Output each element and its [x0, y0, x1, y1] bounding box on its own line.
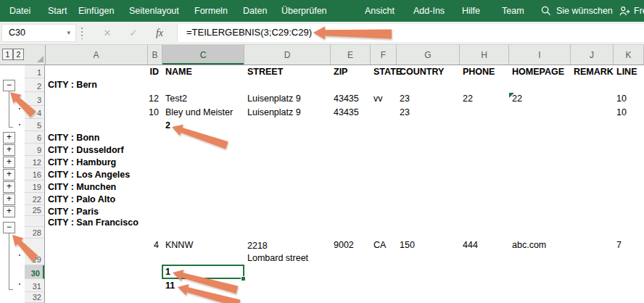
outline-expand-button-row-19[interactable]: +: [3, 181, 15, 193]
cell-a22[interactable]: CITY : Palo Alto: [45, 193, 148, 205]
cell-k29[interactable]: 7: [614, 238, 644, 265]
cell-k3[interactable]: 10: [614, 92, 644, 106]
outline-expand-button-row-12[interactable]: +: [3, 157, 15, 168]
cell-f3[interactable]: vv: [371, 92, 397, 106]
cell-f29[interactable]: CA: [371, 238, 397, 265]
outline-collapse-button-bottom[interactable]: −: [3, 222, 15, 233]
cell-b1[interactable]: ID: [148, 65, 162, 78]
cell-a19[interactable]: CITY : Munchen: [45, 180, 148, 193]
column-header-c[interactable]: C: [162, 45, 244, 65]
ribbon-tab-hilfe[interactable]: Hilfe: [462, 0, 480, 22]
cell-i29[interactable]: abc.com: [509, 238, 571, 265]
cell-a25[interactable]: CITY : Paris: [45, 205, 148, 216]
cell-g1[interactable]: COUNTRY: [397, 65, 460, 78]
ribbon-tab-datei[interactable]: Datei: [9, 0, 30, 22]
row-header-1[interactable]: 1: [25, 65, 44, 78]
ribbon-tab-daten[interactable]: Daten: [243, 0, 267, 22]
share-button[interactable]: Freigeben: [619, 0, 644, 22]
fill-handle[interactable]: [241, 276, 246, 281]
row-header-5[interactable]: 5: [25, 119, 44, 131]
column-header-a[interactable]: A: [45, 45, 148, 65]
row-header-28[interactable]: 28: [25, 227, 44, 238]
cell-i3[interactable]: 22: [509, 92, 571, 106]
outline-level-1-button[interactable]: 1: [2, 49, 13, 60]
cell-a16[interactable]: CITY : Los Angeles: [45, 168, 148, 180]
ribbon-tab-einf-gen[interactable]: Einfügen: [78, 0, 114, 22]
cell-c31[interactable]: 11: [162, 279, 244, 292]
ribbon-tab--berpr-fen[interactable]: Überprüfen: [281, 0, 327, 22]
ribbon-tab-team[interactable]: Team: [502, 0, 524, 22]
cell-c3[interactable]: Test2: [162, 92, 244, 106]
enter-button[interactable]: ✓: [125, 24, 142, 42]
row-header-25[interactable]: 25: [25, 205, 44, 216]
outline-expand-button-row-22[interactable]: +: [3, 194, 15, 205]
row-header-27[interactable]: [25, 216, 44, 227]
cell-h3[interactable]: 22: [460, 92, 509, 106]
formula-input[interactable]: =TEILERGEBNIS(3;C29:C29): [177, 24, 644, 42]
cell-a9[interactable]: CITY : Dusseldorf: [45, 144, 148, 156]
cell-c1[interactable]: NAME: [162, 65, 244, 78]
row-header-19[interactable]: 19: [25, 180, 44, 193]
cell-h1[interactable]: PHONE: [460, 65, 509, 78]
cell-g4[interactable]: 23: [397, 106, 460, 119]
name-box-dropdown-icon[interactable]: ▾: [67, 25, 70, 41]
cell-e29[interactable]: 9002: [331, 238, 371, 265]
cell-i1[interactable]: HOMEPAGE: [509, 65, 571, 78]
row-header-4[interactable]: 4: [25, 106, 44, 119]
cell-d1[interactable]: STREET: [244, 65, 331, 78]
cell-c5[interactable]: 2: [162, 119, 244, 131]
cell-a6[interactable]: CITY : Bonn: [45, 131, 148, 144]
column-header-i[interactable]: I: [509, 45, 571, 65]
column-header-f[interactable]: F: [371, 45, 397, 65]
row-header-6[interactable]: 6: [25, 131, 44, 144]
select-all-button[interactable]: [25, 45, 46, 65]
cancel-button[interactable]: ✕: [99, 24, 116, 42]
cell-e4[interactable]: 43435: [331, 106, 371, 119]
cell-j1[interactable]: REMARK: [571, 65, 614, 78]
cell-c4[interactable]: Bley und Meister: [162, 106, 244, 119]
column-header-h[interactable]: H: [460, 45, 509, 65]
cell-a27[interactable]: CITY : San Francisco: [45, 216, 148, 227]
cell-a12[interactable]: CITY : Hamburg: [45, 156, 148, 168]
cell-c29[interactable]: KNNW: [162, 238, 244, 265]
row-header-3[interactable]: 3: [25, 92, 44, 106]
row-header-30[interactable]: 30: [25, 265, 44, 279]
row-header-16[interactable]: 16: [25, 168, 44, 180]
insert-function-button[interactable]: fx: [151, 24, 168, 42]
row-header-2[interactable]: 2: [25, 78, 44, 92]
tell-me-search[interactable]: Sie wünschen: [541, 0, 613, 22]
cell-g3[interactable]: 23: [397, 92, 460, 106]
row-header-31[interactable]: 31: [25, 279, 44, 292]
cell-h29[interactable]: 444: [460, 238, 509, 265]
cell-f1[interactable]: STATE: [371, 65, 397, 78]
column-header-e[interactable]: E: [331, 45, 371, 65]
ribbon-tab-formeln[interactable]: Formeln: [194, 0, 228, 22]
column-header-d[interactable]: D: [244, 45, 331, 65]
cell-d29[interactable]: 2218 Lombard street: [244, 238, 331, 265]
row-header-9[interactable]: 9: [25, 144, 44, 156]
cell-e1[interactable]: ZIP: [331, 65, 371, 78]
ribbon-tab-start[interactable]: Start: [48, 0, 67, 22]
outline-level-2-button[interactable]: 2: [13, 49, 24, 60]
ribbon-tab-add-ins[interactable]: Add-Ins: [413, 0, 445, 22]
formula-bar-drag-handle[interactable]: [81, 28, 83, 39]
outline-expand-button-row-16[interactable]: +: [3, 169, 15, 180]
cell-d3[interactable]: Luisenplatz 9: [244, 92, 331, 106]
name-box[interactable]: C30 ▾: [1, 24, 76, 42]
row-header-22[interactable]: 22: [25, 193, 44, 205]
column-header-k[interactable]: K: [614, 45, 644, 65]
column-header-g[interactable]: G: [397, 45, 460, 65]
column-header-j[interactable]: J: [571, 45, 614, 65]
row-header-12[interactable]: 12: [25, 156, 44, 168]
cell-a2[interactable]: CITY : Bern: [45, 78, 148, 92]
outline-expand-button-row-25[interactable]: +: [3, 206, 15, 217]
row-header-29[interactable]: 29: [25, 238, 44, 265]
cell-g29[interactable]: 150: [397, 238, 460, 265]
row-header-32[interactable]: 32: [25, 292, 44, 303]
cell-b4[interactable]: 10: [148, 106, 162, 119]
ribbon-tab-seitenlayout[interactable]: Seitenlayout: [129, 0, 179, 22]
cell-d4[interactable]: Luisenplatz 9: [244, 106, 331, 119]
outline-collapse-button-top[interactable]: −: [3, 80, 15, 91]
cell-b3[interactable]: 12: [148, 92, 162, 106]
outline-expand-button-row-6[interactable]: +: [3, 132, 15, 144]
